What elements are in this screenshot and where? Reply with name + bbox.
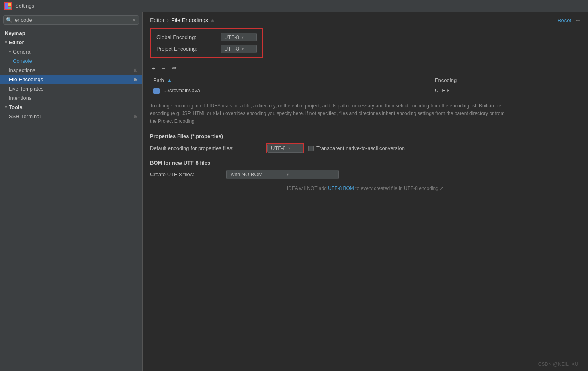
sort-arrow-icon: ▲ xyxy=(167,77,172,83)
bom-section: BOM for new UTF-8 files Create UTF-8 fil… xyxy=(150,160,581,179)
properties-encoding-wrapper: UTF-8 ▾ xyxy=(266,143,304,153)
sidebar-item-general[interactable]: ▾ General xyxy=(0,47,142,56)
sidebar-item-intentions[interactable]: Intentions xyxy=(0,93,142,103)
file-table-toolbar: + − ✏ xyxy=(150,64,581,72)
content-area: Editor › File Encodings ⊞ Reset ← Global… xyxy=(143,12,588,371)
reset-button[interactable]: Reset xyxy=(557,17,571,23)
chevron-down-icon: ▾ xyxy=(287,172,289,177)
settings-icon: ⊞ xyxy=(134,68,137,73)
chevron-down-icon: ▾ xyxy=(9,49,11,54)
sidebar-item-keymap[interactable]: Keymap xyxy=(0,29,142,38)
global-encoding-dropdown[interactable]: UTF-8 ▾ xyxy=(221,33,257,41)
svg-rect-3 xyxy=(8,7,11,9)
app-logo xyxy=(4,2,12,10)
project-encoding-row: Project Encoding: UTF-8 ▾ xyxy=(156,45,257,53)
add-button[interactable]: + xyxy=(150,64,158,72)
bom-create-label: Create UTF-8 files: xyxy=(150,171,222,177)
bom-heading: BOM for new UTF-8 files xyxy=(150,160,581,166)
search-bar[interactable]: 🔍 ✕ xyxy=(3,15,139,25)
properties-encoding-value: UTF-8 xyxy=(271,145,286,151)
chevron-down-icon: ▾ xyxy=(5,40,7,45)
chevron-down-icon: ▾ xyxy=(288,146,290,150)
remove-button[interactable]: − xyxy=(160,64,168,72)
settings-icon: ⊞ xyxy=(134,77,137,82)
chevron-down-icon: ▾ xyxy=(242,47,244,51)
utf8-bom-link[interactable]: UTF-8 BOM xyxy=(328,186,354,191)
transparent-checkbox[interactable] xyxy=(308,146,314,151)
chevron-down-icon: ▾ xyxy=(242,35,244,39)
file-table: Path ▲ Encoding ...\src\main\java xyxy=(150,76,581,96)
description-text: To change encoding IntelliJ IDEA uses fo… xyxy=(150,102,512,126)
breadcrumb-separator: › xyxy=(167,17,169,23)
encoding-cell: UTF-8 xyxy=(432,85,581,96)
content-header: Editor › File Encodings ⊞ Reset ← xyxy=(143,12,588,27)
breadcrumb-editor: Editor xyxy=(150,17,165,23)
properties-section: Properties Files (*.properties) Default … xyxy=(150,133,581,153)
title-bar-title: Settings xyxy=(15,3,34,9)
sidebar-item-ssh-terminal[interactable]: SSH Terminal ⊞ xyxy=(0,112,142,121)
path-column-header[interactable]: Path ▲ xyxy=(150,76,432,85)
chevron-down-icon: ▾ xyxy=(5,105,7,110)
sidebar-item-inspections[interactable]: Inspections ⊞ xyxy=(0,66,142,75)
sidebar-item-live-templates[interactable]: Live Templates xyxy=(0,84,142,93)
encoding-column-header[interactable]: Encoding xyxy=(432,76,581,85)
watermark: CSDN @NEIL_XU_ xyxy=(538,361,581,367)
sidebar: 🔍 ✕ Keymap ▾ Editor ▾ General Console xyxy=(0,12,143,371)
nav-tree: Keymap ▾ Editor ▾ General Console Inspec… xyxy=(0,27,142,123)
bom-create-dropdown[interactable]: with NO BOM ▾ xyxy=(226,170,339,179)
project-encoding-dropdown[interactable]: UTF-8 ▾ xyxy=(221,45,257,53)
global-encoding-value: UTF-8 xyxy=(224,34,239,40)
properties-encoding-dropdown[interactable]: UTF-8 ▾ xyxy=(267,144,303,153)
content-body: Global Encoding: UTF-8 ▾ Project Encodin… xyxy=(143,27,588,371)
search-icon: 🔍 xyxy=(6,17,12,23)
edit-button[interactable]: ✏ xyxy=(170,64,179,72)
transparent-checkbox-row[interactable]: Transparent native-to-ascii conversion xyxy=(308,145,405,151)
search-input[interactable] xyxy=(15,17,132,23)
title-bar: Settings xyxy=(0,0,588,12)
transparent-label: Transparent native-to-ascii conversion xyxy=(316,145,405,151)
search-clear-button[interactable]: ✕ xyxy=(132,17,136,23)
svg-rect-2 xyxy=(8,3,11,6)
encoding-section: Global Encoding: UTF-8 ▾ Project Encodin… xyxy=(150,28,263,58)
breadcrumb: Editor › File Encodings ⊞ xyxy=(150,17,215,23)
project-encoding-value: UTF-8 xyxy=(224,46,239,52)
header-actions: Reset ← xyxy=(557,17,581,23)
back-button[interactable]: ← xyxy=(575,17,581,23)
sidebar-item-editor[interactable]: ▾ Editor xyxy=(0,38,142,47)
svg-rect-1 xyxy=(5,3,8,9)
sidebar-item-file-encodings[interactable]: File Encodings ⊞ xyxy=(0,75,142,84)
path-cell: ...\src\main\java xyxy=(150,85,432,96)
default-encoding-row: Default encoding for properties files: U… xyxy=(150,143,581,153)
folder-icon xyxy=(153,88,160,94)
global-encoding-label: Global Encoding: xyxy=(156,34,221,40)
properties-heading: Properties Files (*.properties) xyxy=(150,133,581,139)
sidebar-item-tools[interactable]: ▾ Tools xyxy=(0,103,142,112)
bom-create-value: with NO BOM xyxy=(231,171,262,177)
default-encoding-label: Default encoding for properties files: xyxy=(150,145,262,151)
project-encoding-label: Project Encoding: xyxy=(156,46,221,52)
breadcrumb-icon: ⊞ xyxy=(211,17,215,23)
breadcrumb-current: File Encodings xyxy=(171,17,208,23)
settings-icon: ⊞ xyxy=(134,114,137,119)
table-row[interactable]: ...\src\main\java UTF-8 xyxy=(150,85,581,96)
info-line: IDEA will NOT add UTF-8 BOM to every cre… xyxy=(150,186,581,191)
global-encoding-row: Global Encoding: UTF-8 ▾ xyxy=(156,33,257,41)
sidebar-item-console[interactable]: Console xyxy=(0,56,142,66)
bom-row: Create UTF-8 files: with NO BOM ▾ xyxy=(150,170,581,179)
